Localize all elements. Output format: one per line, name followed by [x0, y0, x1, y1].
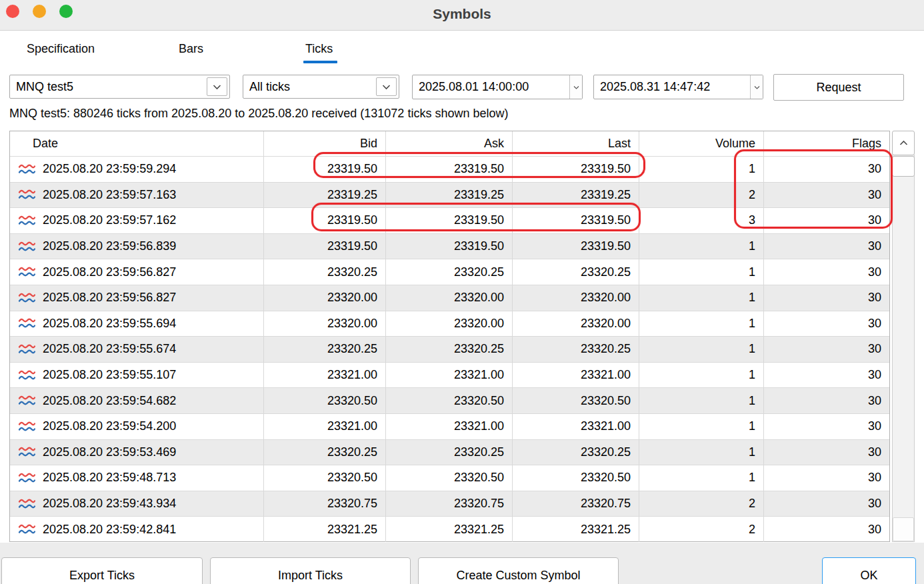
- tick-volume: 1: [639, 440, 764, 465]
- scrollbar-track[interactable]: [892, 155, 915, 542]
- request-button[interactable]: Request: [773, 74, 904, 101]
- table-row[interactable]: 2025.08.20 23:59:55.674 23320.25 23320.2…: [10, 336, 889, 362]
- tick-date: 2025.08.20 23:59:43.934: [43, 497, 176, 511]
- footer-bar: Export Ticks Import Ticks Create Custom …: [0, 543, 924, 584]
- tab-bars[interactable]: Bars: [179, 42, 203, 56]
- tick-bid: 23320.25: [264, 259, 386, 285]
- table-row[interactable]: 2025.08.20 23:59:54.682 23320.50 23320.5…: [10, 387, 889, 413]
- tick-last: 23319.50: [513, 234, 639, 259]
- table-row[interactable]: 2025.08.20 23:59:55.107 23321.00 23321.0…: [10, 362, 889, 388]
- tick-volume: 1: [639, 234, 764, 259]
- table-row[interactable]: 2025.08.20 23:59:56.827 23320.25 23320.2…: [10, 259, 889, 285]
- annotation-box-row3-prices: [311, 203, 641, 231]
- tick-last: 23320.25: [513, 259, 639, 285]
- tick-volume: 1: [639, 465, 764, 491]
- status-line: MNQ test5: 880246 ticks from 2025.08.20 …: [9, 107, 508, 121]
- tick-flags: 30: [764, 259, 889, 285]
- date-from-field[interactable]: 2025.08.01 14:00:00: [412, 75, 583, 99]
- window-title: Symbols: [0, 6, 924, 22]
- tick-ask: 23321.00: [386, 414, 513, 439]
- tab-ticks[interactable]: Ticks: [305, 42, 333, 56]
- export-ticks-button[interactable]: Export Ticks: [1, 557, 203, 584]
- tick-type-select[interactable]: All ticks: [243, 75, 399, 99]
- tab-bar: Specification Bars Ticks: [0, 31, 924, 73]
- chevron-up-icon: [899, 140, 908, 146]
- date-to-field[interactable]: 2025.08.31 14:47:42: [593, 75, 763, 99]
- table-row[interactable]: 2025.08.20 23:59:48.713 23320.50 23320.5…: [10, 465, 889, 491]
- chevron-down-icon[interactable]: [207, 77, 227, 96]
- table-row[interactable]: 2025.08.20 23:59:56.827 23320.00 23320.0…: [10, 285, 889, 311]
- tick-date: 2025.08.20 23:59:56.839: [43, 239, 176, 253]
- tick-flags: 30: [764, 517, 889, 542]
- tick-chart-icon: [18, 189, 36, 201]
- tick-chart-icon: [18, 421, 36, 433]
- tick-chart-icon: [18, 343, 36, 355]
- symbol-select[interactable]: MNQ test5: [9, 75, 230, 99]
- tick-type-select-value: All ticks: [243, 80, 376, 94]
- tick-last: 23320.00: [513, 311, 639, 337]
- symbols-window: Symbols Specification Bars Ticks MNQ tes…: [0, 0, 924, 584]
- tab-specification[interactable]: Specification: [27, 42, 95, 56]
- table-row[interactable]: 2025.08.20 23:59:42.841 23321.25 23321.2…: [10, 516, 889, 542]
- tick-bid: 23320.25: [264, 440, 386, 465]
- tick-date: 2025.08.20 23:59:56.827: [43, 291, 176, 305]
- scroll-down-button[interactable]: [893, 517, 914, 541]
- tick-flags: 30: [764, 414, 889, 439]
- tick-volume: 1: [639, 337, 764, 362]
- tick-flags: 30: [764, 337, 889, 362]
- vertical-scrollbar[interactable]: [892, 131, 915, 542]
- tick-bid: 23320.75: [264, 491, 386, 517]
- date-to-value: 2025.08.31 14:47:42: [594, 80, 750, 94]
- tick-volume: 2: [639, 517, 764, 542]
- tick-date: 2025.08.20 23:59:53.469: [43, 445, 176, 459]
- tick-volume: 1: [639, 259, 764, 285]
- create-custom-symbol-button[interactable]: Create Custom Symbol: [418, 557, 619, 584]
- chevron-down-icon[interactable]: [750, 75, 763, 99]
- tick-date: 2025.08.20 23:59:59.294: [43, 162, 176, 176]
- tick-chart-icon: [18, 163, 36, 175]
- tick-last: 23320.25: [513, 337, 639, 362]
- tick-ask: 23321.25: [386, 517, 513, 542]
- tick-bid: 23320.25: [264, 337, 386, 362]
- tick-bid: 23321.00: [264, 414, 386, 439]
- titlebar: Symbols: [0, 0, 924, 31]
- tick-date: 2025.08.20 23:59:54.200: [43, 419, 176, 433]
- tick-ask: 23320.50: [386, 465, 513, 491]
- scrollbar-thumb[interactable]: [892, 156, 915, 177]
- column-header-date[interactable]: Date: [10, 131, 264, 156]
- tick-bid: 23321.00: [264, 363, 386, 388]
- tick-flags: 30: [764, 234, 889, 259]
- tick-chart-icon: [18, 215, 36, 227]
- symbol-select-value: MNQ test5: [10, 80, 207, 94]
- tick-chart-icon: [18, 523, 36, 535]
- tick-bid: 23319.50: [264, 234, 386, 259]
- tick-last: 23320.00: [513, 285, 639, 311]
- tick-ask: 23320.75: [386, 491, 513, 517]
- tick-chart-icon: [18, 369, 36, 381]
- tick-chart-icon: [18, 266, 36, 278]
- tick-flags: 30: [764, 311, 889, 337]
- table-row[interactable]: 2025.08.20 23:59:53.469 23320.25 23320.2…: [10, 439, 889, 465]
- tick-date: 2025.08.20 23:59:48.713: [43, 471, 176, 485]
- annotation-box-row1-prices: [313, 152, 645, 178]
- ok-button[interactable]: OK: [822, 557, 916, 584]
- tick-volume: 1: [639, 311, 764, 337]
- chevron-down-icon[interactable]: [569, 75, 582, 99]
- tick-flags: 30: [764, 363, 889, 388]
- tick-ask: 23320.25: [386, 440, 513, 465]
- tick-ask: 23319.50: [386, 234, 513, 259]
- table-row[interactable]: 2025.08.20 23:59:55.694 23320.00 23320.0…: [10, 311, 889, 337]
- annotation-box-volume-flags: [734, 149, 893, 229]
- scroll-up-button[interactable]: [892, 131, 915, 155]
- table-row[interactable]: 2025.08.20 23:59:43.934 23320.75 23320.7…: [10, 491, 889, 517]
- tick-date: 2025.08.20 23:59:42.841: [43, 523, 176, 537]
- tick-last: 23321.25: [513, 517, 639, 542]
- tick-chart-icon: [18, 395, 36, 407]
- tick-chart-icon: [18, 292, 36, 304]
- table-row[interactable]: 2025.08.20 23:59:54.200 23321.00 23321.0…: [10, 413, 889, 439]
- import-ticks-button[interactable]: Import Ticks: [210, 557, 411, 584]
- tick-bid: 23320.50: [264, 465, 386, 491]
- tick-flags: 30: [764, 388, 889, 413]
- chevron-down-icon[interactable]: [376, 77, 397, 96]
- table-row[interactable]: 2025.08.20 23:59:56.839 23319.50 23319.5…: [10, 233, 889, 259]
